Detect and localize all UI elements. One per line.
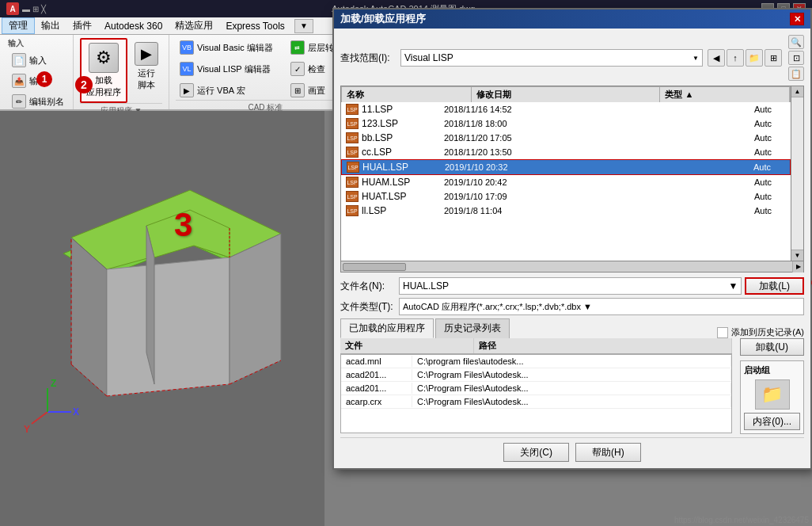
settings-label: 画置 xyxy=(308,85,325,97)
dialog-close-btn[interactable]: ✕ xyxy=(790,13,804,25)
input3-icon: ✏ xyxy=(12,94,26,109)
add-history-checkbox[interactable] xyxy=(717,327,728,338)
file-item-type: Autc xyxy=(754,119,786,128)
extra-menu-btn[interactable]: ▼ xyxy=(294,19,313,33)
filetype-combo[interactable]: AutoCAD 应用程序(*.arx;*.crx;*.lsp;*.dvb;*.d… xyxy=(399,298,804,315)
loaded-table-wrapper: 文件 路径 acad.mnl C:\program files\autodesk… xyxy=(340,338,732,434)
nav-grid-btn[interactable]: ⊞ xyxy=(765,49,782,67)
dialog-area: 加载/卸载应用程序 ✕ 查找范围(I): Visual LISP ▼ ◀ ↑ xyxy=(324,0,812,526)
menu-item-output[interactable]: 输出 xyxy=(35,17,66,34)
ribbon-btn-load-app[interactable]: ⚙ 加载应用程序 xyxy=(80,38,127,103)
nav-up-btn[interactable]: ↑ xyxy=(727,49,744,67)
ribbon-btn-input1[interactable]: 📄 输入 xyxy=(8,51,68,70)
help-btn[interactable]: 帮助(H) xyxy=(575,443,641,462)
ribbon-btn-vba[interactable]: ▶ 运行 VBA 宏 xyxy=(176,81,277,100)
cad-viewport: X Y Z 3 xyxy=(0,111,324,526)
menu-item-plugin[interactable]: 插件 xyxy=(66,17,98,34)
nav-back-btn[interactable]: ◀ xyxy=(708,49,725,67)
tab-loaded-apps[interactable]: 已加载的应用程序 xyxy=(340,318,434,338)
file-list-item[interactable]: LSP HUAM.LSP 2019/1/10 20:42 Autc xyxy=(341,175,791,189)
svg-text:X: X xyxy=(73,406,79,417)
file-list-item[interactable]: LSP HUAL.LSP 2019/1/10 20:32 Autc xyxy=(341,159,791,175)
file-list-scroll[interactable]: LSP 11.LSP 2018/11/16 14:52 Autc LSP 123… xyxy=(341,102,791,261)
unload-btn[interactable]: 卸载(U) xyxy=(740,338,804,356)
hscroll[interactable]: ▶ xyxy=(340,261,804,273)
right-btns: 卸载(U) 启动组 📁 内容(0)... xyxy=(740,338,804,434)
scroll-up-btn[interactable]: ▲ xyxy=(791,86,803,97)
input1-icon: 📄 xyxy=(12,53,26,67)
vba-label: 运行 VBA 宏 xyxy=(197,85,245,97)
badge-1: 1 xyxy=(36,71,52,87)
menu-item-express-tools[interactable]: Express Tools xyxy=(219,17,290,34)
file-list-item[interactable]: LSP cc.LSP 2018/11/20 13:50 Autc xyxy=(341,145,791,159)
window-menu-icons: ▬ ⊞ ╳ xyxy=(22,5,46,13)
tabs-row: 已加载的应用程序 历史记录列表 添加到历史记录(A) xyxy=(340,318,804,338)
file-list-items: LSP 11.LSP 2018/11/16 14:52 Autc LSP 123… xyxy=(341,102,791,218)
scroll-track xyxy=(791,97,803,250)
file-icon: LSP xyxy=(346,177,359,188)
view-btn-3[interactable]: 📋 xyxy=(788,67,804,81)
menu-item-autodesk360[interactable]: Autodesk 360 xyxy=(98,17,169,34)
search-row: 查找范围(I): Visual LISP ▼ ◀ ↑ 📁 ⊞ 🔍 ⊡ xyxy=(340,35,804,81)
file-item-name: HUAM.LSP xyxy=(362,177,441,188)
scroll-down-btn[interactable]: ▼ xyxy=(791,250,803,261)
view-btn-1[interactable]: 🔍 xyxy=(788,35,804,49)
loaded-file: acad201... xyxy=(341,369,412,380)
nav-folder-btn[interactable]: 📁 xyxy=(746,49,763,67)
tab-history[interactable]: 历史记录列表 xyxy=(435,318,510,338)
file-item-date: 2019/1/10 20:32 xyxy=(445,162,750,172)
file-list-item[interactable]: LSP 123.LSP 2018/11/8 18:00 Autc xyxy=(341,116,791,131)
file-item-name: HUAL.LSP xyxy=(362,162,442,173)
file-icon: LSP xyxy=(346,104,359,115)
hscroll-right-btn[interactable]: ▶ xyxy=(792,261,803,273)
filename-combo[interactable]: HUAL.LSP ▼ xyxy=(399,277,742,295)
ribbon-btn-vb[interactable]: VB Visual Basic 编辑器 xyxy=(176,38,277,57)
file-icon: LSP xyxy=(347,162,359,173)
file-list-wrapper: 名称 修改日期 类型 ▲ LSP 11.LSP 2018/11/16 14:52… xyxy=(340,86,791,261)
loaded-col-file: 文件 xyxy=(340,338,474,353)
col-date[interactable]: 修改日期 xyxy=(472,87,661,102)
vb-icon: VB xyxy=(180,40,194,55)
svg-text:Z: Z xyxy=(51,378,56,389)
loaded-table: acad.mnl C:\program files\autodesk... ac… xyxy=(340,354,732,433)
menu-item-featured[interactable]: 精选应用 xyxy=(169,17,219,34)
svg-marker-4 xyxy=(107,257,230,396)
file-list-item[interactable]: LSP HUAT.LSP 2019/1/10 17:09 Autc xyxy=(341,189,791,204)
col-name[interactable]: 名称 xyxy=(342,87,472,102)
add-history-label: 添加到历史记录(A) xyxy=(731,326,804,338)
file-list-item[interactable]: LSP ll.LSP 2019/1/8 11:04 Autc xyxy=(341,204,791,218)
file-list-item[interactable]: LSP bb.LSP 2018/11/20 17:05 Autc xyxy=(341,131,791,145)
view-btn-2[interactable]: ⊡ xyxy=(788,51,804,65)
loaded-table-row[interactable]: acarp.crx C:\Program Files\Autodesk... xyxy=(341,395,731,409)
loaded-table-row[interactable]: acad201... C:\Program Files\Autodesk... xyxy=(341,368,731,382)
app-icon: A xyxy=(6,2,19,15)
load-btn[interactable]: 加载(L) xyxy=(745,277,804,295)
file-list-item[interactable]: LSP 11.LSP 2018/11/16 14:52 Autc xyxy=(341,102,791,116)
col-type[interactable]: 类型 ▲ xyxy=(660,87,790,102)
ribbon-btn-input3[interactable]: ✏ 编辑别名 xyxy=(8,92,68,111)
file-list-header: 名称 修改日期 类型 ▲ xyxy=(341,86,791,102)
close-dialog-btn[interactable]: 关闭(C) xyxy=(503,443,569,462)
file-item-date: 2018/11/20 17:05 xyxy=(444,133,751,143)
filename-arrow: ▼ xyxy=(728,280,738,292)
load-app-icon: ⚙ xyxy=(89,43,119,73)
startup-folder-icon[interactable]: 📁 xyxy=(755,379,790,410)
loaded-col-path: 路径 xyxy=(474,338,732,353)
search-combo-arrow: ▼ xyxy=(692,55,699,62)
ribbon-btn-vlisp[interactable]: VL Visual LISP 编辑器 xyxy=(176,59,277,78)
loaded-table-row[interactable]: acad.mnl C:\program files\autodesk... xyxy=(341,355,731,368)
menu-item-manage[interactable]: 管理 xyxy=(2,17,35,34)
startup-group: 启动组 📁 内容(0)... xyxy=(740,360,804,434)
startup-title: 启动组 xyxy=(744,364,800,376)
hscroll-thumb xyxy=(343,263,406,271)
search-label: 查找范围(I): xyxy=(340,51,396,65)
file-item-name: HUAT.LSP xyxy=(362,191,441,202)
vlisp-icon: VL xyxy=(180,62,194,76)
loaded-table-row[interactable]: acad201... C:\Program Files\Autodesk... xyxy=(341,382,731,395)
content-btn[interactable]: 内容(0)... xyxy=(744,413,800,430)
tab-row: 已加载的应用程序 历史记录列表 xyxy=(340,318,510,338)
ribbon-btn-run-script[interactable]: ▶ 运行脚本 xyxy=(131,38,162,95)
load-unload-dialog: 加载/卸载应用程序 ✕ 查找范围(I): Visual LISP ▼ ◀ ↑ xyxy=(332,8,812,470)
search-combo[interactable]: Visual LISP ▼ xyxy=(400,49,703,67)
run-script-icon: ▶ xyxy=(135,42,158,66)
